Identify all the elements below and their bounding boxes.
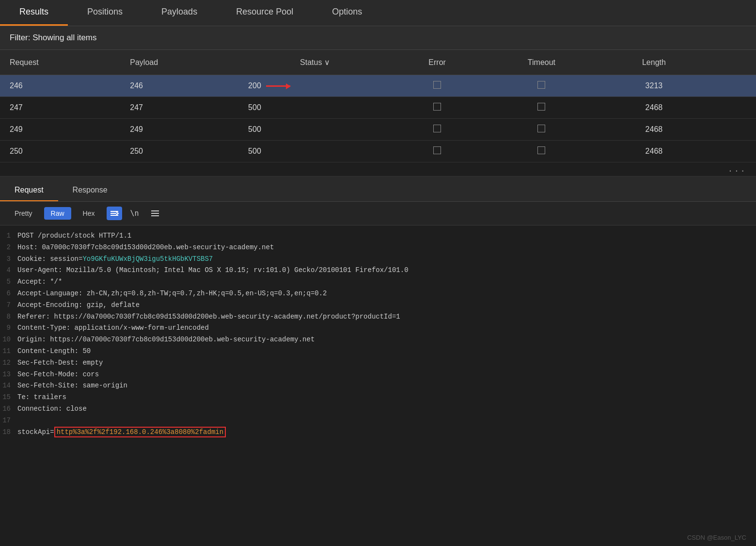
cell-status: 500 [238,97,392,119]
raw-button[interactable]: Raw [44,207,71,220]
code-line-15: 15 Te: trailers [0,392,756,403]
error-checkbox[interactable] [433,103,441,111]
cell-error [392,141,483,162]
col-length: Length [600,50,708,75]
payload-highlight: http%3a%2f%2f192.168.0.246%3a8080%2fadmi… [54,427,226,437]
col-status[interactable]: Status ∨ [238,50,392,75]
code-line-11: 11 Content-Length: 50 [0,346,756,357]
cell-timeout [483,75,600,97]
col-timeout: Timeout [483,50,600,75]
cell-request: 247 [0,97,120,119]
editor-toolbar: Pretty Raw Hex \n [0,202,756,225]
table-row[interactable]: 246 246 200 3213 [0,75,756,97]
cell-request: 250 [0,141,120,162]
tab-response[interactable]: Response [58,180,122,201]
code-line-12: 12 Sec-Fetch-Dest: empty [0,357,756,369]
cell-error [392,97,483,119]
code-line-14: 14 Sec-Fetch-Site: same-origin [0,380,756,392]
code-line-6: 6 Accept-Language: zh-CN,zh;q=0.8,zh-TW;… [0,288,756,300]
code-line-7: 7 Accept-Encoding: gzip, deflate [0,300,756,311]
code-line-2: 2 Host: 0a7000c7030f7cb8c09d153d00d200eb… [0,242,756,254]
code-line-17: 17 [0,415,756,427]
timeout-checkbox[interactable] [537,125,545,132]
table-row[interactable]: 247 247 500 2468 [0,97,756,119]
cell-payload: 246 [120,75,238,97]
filter-bar: Filter: Showing all items [0,26,756,50]
cell-error [392,75,483,97]
tab-results[interactable]: Results [0,0,68,26]
code-editor: 1 POST /product/stock HTTP/1.1 2 Host: 0… [0,225,756,443]
more-indicator: ... [0,162,756,177]
code-line-13: 13 Sec-Fetch-Mode: cors [0,369,756,381]
col-extra [708,50,756,75]
pretty-button[interactable]: Pretty [8,207,39,220]
tab-request[interactable]: Request [0,180,58,201]
code-line-16: 16 Connection: close [0,403,756,415]
cell-error [392,119,483,141]
status-value: 200 [248,81,261,90]
top-tab-bar: Results Positions Payloads Resource Pool… [0,0,756,26]
wrap-icon[interactable] [107,207,122,220]
cell-extra [708,75,756,97]
cell-length: 2468 [600,119,708,141]
cell-payload: 250 [120,141,238,162]
col-request: Request [0,50,120,75]
cell-status: 200 [238,75,392,97]
code-line-9: 9 Content-Type: application/x-www-form-u… [0,322,756,334]
timeout-checkbox[interactable] [537,103,545,111]
cell-length: 2468 [600,97,708,119]
cell-payload: 247 [120,97,238,119]
code-line-18: 18 stockApi=http%3a%2f%2f192.168.0.246%3… [0,427,756,438]
col-payload: Payload [120,50,238,75]
tab-positions[interactable]: Positions [68,0,142,26]
cell-timeout [483,141,600,162]
cell-status: 500 [238,141,392,162]
cell-extra [708,141,756,162]
results-table-container: Request Payload Status ∨ Error Timeout L… [0,50,756,177]
cell-extra [708,119,756,141]
error-checkbox[interactable] [433,125,441,132]
code-line-1: 1 POST /product/stock HTTP/1.1 [0,230,756,242]
tab-payloads[interactable]: Payloads [142,0,217,26]
error-checkbox[interactable] [433,146,441,154]
cell-status: 500 [238,119,392,141]
menu-icon[interactable] [147,207,163,220]
cell-length: 2468 [600,141,708,162]
code-line-3: 3 Cookie: session=Yo9GKfuKUWxBjQW3igu5tk… [0,254,756,265]
code-line-4: 4 User-Agent: Mozilla/5.0 (Macintosh; In… [0,265,756,276]
results-table: Request Payload Status ∨ Error Timeout L… [0,50,756,162]
watermark: CSDN @Eason_LYC [687,534,746,541]
table-row[interactable]: 250 250 500 2468 [0,141,756,162]
cell-payload: 249 [120,119,238,141]
cell-timeout [483,97,600,119]
cell-length: 3213 [600,75,708,97]
newline-icon[interactable]: \n [127,207,142,220]
code-line-5: 5 Accept: */* [0,276,756,288]
cell-timeout [483,119,600,141]
filter-text: Filter: Showing all items [10,33,97,42]
tab-options[interactable]: Options [313,0,381,26]
code-line-8: 8 Referer: https://0a7000c7030f7cb8c09d1… [0,311,756,323]
timeout-checkbox[interactable] [537,81,545,89]
sub-tab-bar: Request Response [0,177,756,202]
cell-extra [708,97,756,119]
red-arrow-icon [266,85,290,87]
cell-request: 246 [0,75,120,97]
cell-request: 249 [0,119,120,141]
table-header-row: Request Payload Status ∨ Error Timeout L… [0,50,756,75]
table-row[interactable]: 249 249 500 2468 [0,119,756,141]
tab-resource-pool[interactable]: Resource Pool [217,0,313,26]
error-checkbox[interactable] [433,81,441,89]
hex-button[interactable]: Hex [76,207,102,220]
timeout-checkbox[interactable] [537,146,545,154]
code-line-10: 10 Origin: https://0a7000c7030f7cb8c09d1… [0,334,756,346]
col-error: Error [392,50,483,75]
